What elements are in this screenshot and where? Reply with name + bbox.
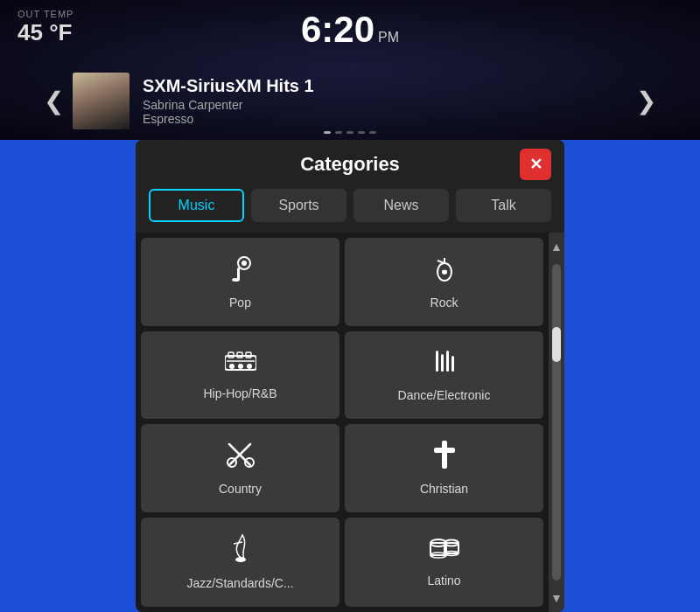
svg-point-27: [235, 557, 246, 562]
clock: 6:20 PM: [301, 9, 399, 51]
svg-rect-20: [452, 356, 454, 372]
clock-time: 6:20: [301, 9, 374, 51]
scroll-thumb[interactable]: [552, 327, 561, 362]
jazz-label: Jazz/Standards/C...: [186, 576, 293, 590]
scroll-track: [552, 264, 561, 581]
side-panel-right: [564, 140, 700, 612]
close-button[interactable]: ✕: [520, 149, 551, 180]
out-temp: OUT TEMP 45 °F: [18, 9, 74, 46]
svg-point-7: [442, 269, 447, 275]
svg-rect-25: [442, 441, 447, 469]
track-station: SXM-SiriusXM Hits 1: [143, 76, 614, 96]
album-art: [73, 73, 130, 129]
modal-title: Categories: [300, 153, 400, 176]
tab-sports[interactable]: Sports: [251, 189, 346, 222]
next-button[interactable]: ❯: [627, 87, 665, 115]
svg-point-15: [247, 364, 252, 369]
svg-line-28: [234, 542, 242, 544]
track-info: SXM-SiriusXM Hits 1 Sabrina Carpenter Es…: [130, 76, 627, 126]
clock-ampm: PM: [378, 30, 399, 45]
jazz-icon: [230, 533, 251, 569]
christian-label: Christian: [420, 482, 468, 496]
scrollbar: ▲ ▼: [549, 233, 564, 612]
category-dance[interactable]: Dance/Electronic: [345, 331, 543, 420]
tab-talk[interactable]: Talk: [456, 189, 551, 222]
track-song: Espresso: [143, 112, 614, 126]
tab-news[interactable]: News: [354, 189, 449, 222]
category-christian[interactable]: Christian: [345, 424, 543, 512]
category-jazz[interactable]: Jazz/Standards/C...: [141, 518, 340, 608]
christian-icon: [434, 441, 455, 475]
grid-area: Pop Rock: [136, 233, 564, 612]
latino-icon: [429, 536, 460, 567]
side-panel-left: [0, 140, 136, 612]
pop-icon: [227, 254, 255, 289]
categories-grid: Pop Rock: [136, 233, 549, 612]
out-temp-value: 45 °F: [18, 19, 74, 46]
rock-label: Rock: [430, 296, 458, 309]
category-country[interactable]: Country: [141, 424, 340, 512]
dot-2: [335, 131, 342, 134]
category-latino[interactable]: Latino: [345, 518, 543, 608]
dance-label: Dance/Electronic: [398, 388, 491, 402]
svg-line-6: [438, 261, 444, 263]
svg-point-14: [238, 364, 243, 369]
hiphop-icon: [225, 349, 256, 379]
track-artist: Sabrina Carpenter: [143, 98, 614, 112]
svg-point-1: [242, 261, 247, 266]
categories-modal: Categories ✕ Music Sports News Talk Pop: [136, 140, 564, 612]
pop-label: Pop: [229, 296, 251, 309]
svg-rect-2: [237, 268, 240, 280]
dot-3: [346, 131, 354, 134]
hiphop-label: Hip-Hop/R&B: [203, 386, 276, 400]
country-icon: [226, 441, 256, 475]
dance-icon: [430, 347, 458, 381]
progress-dots: [324, 131, 376, 134]
country-label: Country: [219, 482, 262, 496]
dot-1: [324, 131, 331, 134]
latino-label: Latino: [427, 574, 460, 588]
category-pop[interactable]: Pop: [141, 238, 340, 326]
now-playing: ❮ SXM-SiriusXM Hits 1 Sabrina Carpenter …: [0, 73, 700, 129]
svg-rect-26: [434, 448, 455, 453]
category-tabs: Music Sports News Talk: [136, 189, 564, 233]
svg-point-13: [229, 364, 234, 369]
modal-header: Categories ✕: [136, 140, 564, 189]
scroll-down-button[interactable]: ▼: [547, 588, 564, 609]
out-temp-label: OUT TEMP: [18, 9, 74, 19]
tab-music[interactable]: Music: [149, 189, 244, 222]
prev-button[interactable]: ❮: [35, 87, 73, 115]
category-rock[interactable]: Rock: [345, 238, 543, 326]
dot-5: [369, 131, 376, 134]
dot-4: [358, 131, 365, 134]
svg-point-3: [232, 278, 240, 282]
svg-rect-19: [446, 351, 449, 372]
scroll-up-button[interactable]: ▲: [547, 236, 564, 257]
svg-rect-17: [436, 351, 438, 372]
svg-rect-18: [441, 354, 444, 372]
category-hiphop[interactable]: Hip-Hop/R&B: [141, 331, 340, 420]
album-figure: [73, 73, 130, 129]
top-bar: OUT TEMP 45 °F 6:20 PM ❮ SXM-SiriusXM Hi…: [0, 0, 700, 140]
rock-icon: [430, 254, 458, 289]
